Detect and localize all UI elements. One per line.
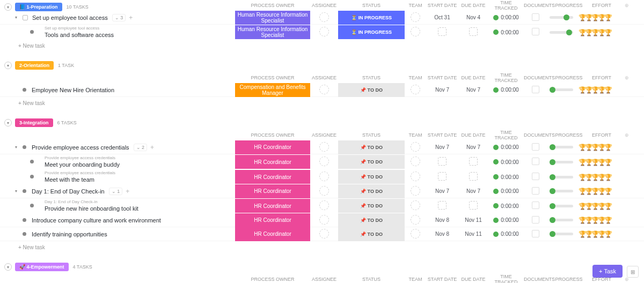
due-date-empty-icon[interactable]: [469, 157, 478, 166]
document-icon[interactable]: [532, 202, 539, 209]
header-assignee[interactable]: ASSIGNEE: [310, 132, 338, 138]
effort-trophies[interactable]: 🏆🏆🏆🏆🏆: [579, 203, 610, 210]
header-status[interactable]: STATUS: [338, 277, 405, 282]
subtask-title[interactable]: Meet your onboarding buddy: [45, 161, 120, 168]
status-pill[interactable]: 📌 TO DO: [338, 155, 405, 169]
time-tracked[interactable]: 0:00:00: [488, 87, 524, 93]
due-date[interactable]: Nov 7: [466, 188, 480, 194]
add-subtask-icon[interactable]: +: [129, 14, 133, 21]
assignee-empty-icon[interactable]: [319, 142, 329, 152]
task-title[interactable]: Set up employee tool access: [32, 14, 108, 21]
task-title[interactable]: Provide employee access credentials: [32, 144, 129, 151]
header-due[interactable]: DUE DATE: [458, 277, 488, 282]
assignee-empty-icon[interactable]: [319, 157, 329, 166]
progress-slider[interactable]: [550, 219, 573, 221]
status-pill[interactable]: ⏳ IN PROGRESS: [338, 11, 405, 25]
team-empty-icon[interactable]: [411, 27, 420, 36]
status-dot-icon[interactable]: [23, 189, 26, 193]
team-empty-icon[interactable]: [411, 172, 420, 181]
header-docs[interactable]: DOCUMENTS: [524, 277, 555, 282]
status-pill[interactable]: 📌 TO DO: [338, 170, 405, 184]
start-date[interactable]: Oct 31: [434, 14, 450, 20]
expand-icon[interactable]: ▾: [15, 145, 20, 150]
header-assignee[interactable]: ASSIGNEE: [310, 75, 338, 80]
task-row[interactable]: Identify training opportunities HR Coord…: [0, 227, 644, 241]
header-team[interactable]: TEAM: [405, 132, 426, 138]
team-empty-icon[interactable]: [411, 157, 420, 166]
team-empty-icon[interactable]: [411, 142, 420, 152]
assignee-empty-icon[interactable]: [319, 85, 329, 94]
effort-trophies[interactable]: 🏆🏆🏆🏆🏆: [579, 217, 610, 224]
header-team[interactable]: TEAM: [405, 277, 426, 282]
progress-slider[interactable]: [550, 146, 573, 148]
start-date[interactable]: Nov 7: [435, 144, 449, 150]
add-column-icon[interactable]: ⊕: [620, 75, 633, 80]
header-effort[interactable]: EFFORT: [583, 132, 620, 138]
team-empty-icon[interactable]: [411, 186, 420, 196]
section-badge[interactable]: 3-Integration: [15, 118, 53, 127]
header-owner[interactable]: PROCESS OWNER: [235, 132, 310, 138]
task-title[interactable]: Identify training opportunities: [32, 231, 107, 237]
section-badge[interactable]: 2-Orientation: [15, 61, 54, 70]
header-due[interactable]: DUE DATE: [458, 132, 488, 138]
document-icon[interactable]: [532, 13, 539, 21]
start-date[interactable]: Nov 7: [435, 188, 449, 194]
assignee-empty-icon[interactable]: [319, 186, 329, 196]
time-tracked[interactable]: 0:00:00: [488, 144, 524, 150]
subtask-title[interactable]: Provide new hire onboarding tool kit: [45, 205, 138, 212]
assignee-empty-icon[interactable]: [319, 27, 329, 36]
document-icon[interactable]: [532, 143, 539, 151]
due-date[interactable]: Nov 11: [465, 217, 482, 223]
header-owner[interactable]: PROCESS OWNER: [235, 75, 310, 80]
progress-slider[interactable]: [550, 190, 573, 192]
process-owner-pill[interactable]: HR Coordinator: [235, 199, 310, 213]
process-owner-pill[interactable]: HR Coordinator: [235, 184, 310, 198]
header-status[interactable]: STATUS: [338, 75, 405, 80]
due-date[interactable]: Nov 7: [466, 144, 480, 150]
task-title[interactable]: Introduce company culture and work envir…: [32, 217, 161, 224]
add-subtask-icon[interactable]: +: [150, 144, 154, 151]
due-date[interactable]: Nov 7: [466, 87, 480, 93]
task-row[interactable]: ▾ Day 1: End of Day Check-in ⌄ 1+ HR Coo…: [0, 184, 644, 198]
header-docs[interactable]: DOCUMENTS: [524, 132, 555, 138]
status-dot-icon[interactable]: [30, 160, 34, 163]
header-progress[interactable]: PROGRESS: [555, 132, 583, 138]
collapse-section-icon[interactable]: ▾: [4, 119, 12, 126]
start-date-empty-icon[interactable]: [438, 27, 447, 36]
status-pill[interactable]: 📌 TO DO: [338, 83, 405, 97]
subtask-title[interactable]: Tools and software access: [45, 32, 114, 38]
due-date-empty-icon[interactable]: [469, 201, 478, 210]
collapse-section-icon[interactable]: ▾: [4, 62, 12, 69]
task-title[interactable]: Day 1: End of Day Check-in: [32, 188, 105, 195]
add-subtask-icon[interactable]: +: [126, 188, 129, 195]
task-row[interactable]: Introduce company culture and work envir…: [0, 213, 644, 227]
subtask-title[interactable]: Meet with the team: [45, 176, 115, 183]
time-tracked[interactable]: 0:00:00: [488, 29, 524, 35]
start-date-empty-icon[interactable]: [438, 172, 447, 181]
team-empty-icon[interactable]: [411, 229, 420, 239]
due-date[interactable]: Nov 4: [466, 14, 480, 20]
status-dot-icon[interactable]: [23, 88, 26, 92]
status-dot-icon[interactable]: [30, 175, 34, 178]
progress-slider[interactable]: [550, 16, 573, 19]
task-row[interactable]: Employee New Hire Orientation Compensati…: [0, 83, 644, 97]
time-tracked[interactable]: 0:00:00: [488, 203, 524, 209]
expand-icon[interactable]: ▾: [15, 189, 20, 193]
status-dot-icon[interactable]: [23, 218, 26, 222]
start-date[interactable]: Nov 8: [435, 231, 449, 237]
header-start[interactable]: START DATE: [426, 277, 458, 282]
header-owner[interactable]: PROCESS OWNER: [235, 277, 310, 282]
team-empty-icon[interactable]: [411, 12, 420, 22]
team-empty-icon[interactable]: [411, 85, 420, 94]
status-pill[interactable]: 📌 TO DO: [338, 184, 405, 198]
progress-slider[interactable]: [550, 233, 573, 235]
status-dot-icon[interactable]: [23, 145, 26, 149]
progress-slider[interactable]: [550, 205, 573, 207]
collapse-section-icon[interactable]: ▾: [4, 263, 12, 271]
subtask-row[interactable]: Day 1: End of Day Check-in Provide new h…: [0, 198, 644, 213]
apps-grid-icon[interactable]: ⊞: [627, 266, 639, 278]
header-start[interactable]: START DATE: [426, 75, 458, 80]
status-pill[interactable]: 📌 TO DO: [338, 227, 405, 241]
header-progress[interactable]: PROGRESS: [555, 75, 583, 80]
team-empty-icon[interactable]: [411, 215, 420, 225]
